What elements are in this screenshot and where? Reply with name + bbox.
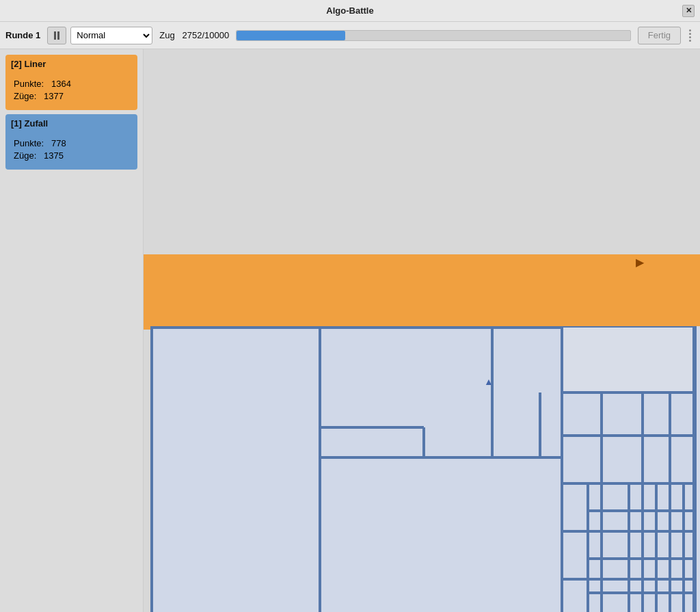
liner-punkte-row: Punkte: 1364 [14, 79, 129, 89]
zufall-zuge-row: Züge: 1375 [14, 150, 129, 161]
player-liner-label: [2] Liner [11, 59, 46, 69]
zufall-zuge-label: Züge: [14, 150, 36, 161]
player-blue-arrow: ▲ [484, 376, 494, 387]
game-canvas: ▶ ▲ [144, 49, 700, 612]
maze-svg [150, 326, 700, 612]
liner-zuge-row: Züge: 1377 [14, 91, 129, 101]
pause-button[interactable] [47, 27, 66, 44]
player-zufall-header: [1] Zufall [5, 114, 137, 133]
progress-bar [237, 31, 345, 40]
pause-icon-bar1 [54, 31, 56, 40]
player-zufall-body: Punkte: 778 Züge: 1375 [5, 133, 137, 170]
toolbar: Runde 1 Normal Schnell Langsam Zug 2752/… [0, 22, 700, 49]
zufall-zuge-value: 1375 [44, 150, 64, 161]
liner-zuge-label: Züge: [14, 91, 36, 101]
main-area: [2] Liner Punkte: 1364 Züge: 1377 [1] Zu… [0, 49, 700, 612]
title-bar: Algo-Battle ✕ [0, 0, 700, 22]
sidebar: [2] Liner Punkte: 1364 Züge: 1377 [1] Zu… [0, 49, 144, 612]
close-icon: ✕ [686, 6, 692, 15]
player-liner-body: Punkte: 1364 Züge: 1377 [5, 73, 137, 110]
territory-orange [144, 254, 700, 330]
mode-select[interactable]: Normal Schnell Langsam [70, 27, 152, 44]
player-orange-arrow: ▶ [636, 256, 644, 269]
liner-zuge-value: 1377 [44, 91, 64, 101]
player-card-liner: [2] Liner Punkte: 1364 Züge: 1377 [5, 55, 137, 110]
zufall-punkte-value: 778 [51, 138, 66, 148]
liner-punkte-label: Punkte: [14, 79, 44, 89]
zufall-punkte-row: Punkte: 778 [14, 138, 129, 148]
svg-rect-4 [562, 328, 694, 393]
player-zufall-label: [1] Zufall [11, 118, 48, 129]
progress-container [236, 30, 631, 41]
close-button[interactable]: ✕ [682, 5, 695, 17]
zug-label: Zug 2752/10000 [159, 30, 229, 40]
pause-icon-bar2 [57, 31, 59, 40]
player-card-zufall: [1] Zufall Punkte: 778 Züge: 1375 [5, 114, 137, 170]
fertig-button[interactable]: Fertig [638, 27, 681, 44]
zufall-punkte-label: Punkte: [14, 138, 44, 148]
liner-punkte-value: 1364 [51, 79, 71, 89]
player-liner-header: [2] Liner [5, 55, 137, 73]
grip-handle [685, 27, 695, 44]
window-title: Algo-Battle [326, 5, 373, 16]
runde-label: Runde 1 [5, 30, 40, 40]
zug-value: 2752/10000 [183, 30, 230, 40]
